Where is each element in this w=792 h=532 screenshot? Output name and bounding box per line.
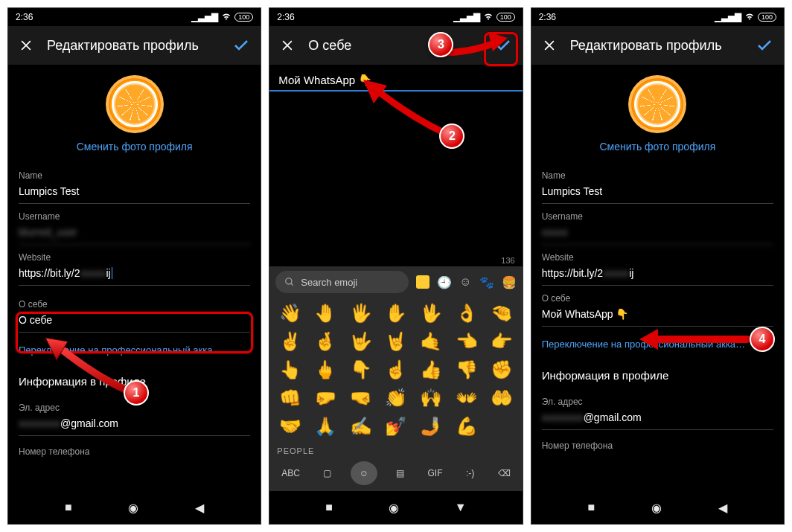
emoji-key[interactable]: 🤞 [310, 329, 342, 354]
wifi-icon [744, 13, 755, 22]
status-time: 2:36 [277, 12, 294, 22]
skin-tone-icon[interactable] [416, 275, 429, 289]
nav-home-icon[interactable]: ◉ [651, 501, 662, 515]
confirm-icon[interactable] [232, 36, 250, 54]
emoji-key[interactable]: 🤛 [310, 385, 342, 411]
emoji-key[interactable]: 🤝 [274, 414, 306, 439]
food-cat-icon[interactable]: 🍔 [502, 275, 517, 289]
emoji-key[interactable]: 🤲 [485, 385, 517, 411]
header: Редактировать профиль [531, 26, 784, 65]
emoji-key[interactable]: ☝ [380, 357, 412, 382]
emoji-key[interactable]: 🖐 [345, 301, 377, 326]
bio-label: О себе [542, 293, 773, 304]
phone-screen-1: 2:36 ▁▃▅▇ 100 Редактировать профиль Смен… [7, 7, 261, 525]
emoji-keyboard: Search emoji 🕘 ☺ 🐾 🍔 👋🤚🖐✋🖖👌🤏✌🤞🤟🤘🤙👈👉👆🖕👇☝👍… [269, 266, 522, 491]
annotation-arrow-4 [636, 324, 755, 354]
nav-home-icon[interactable]: ◉ [128, 501, 138, 515]
avatar[interactable] [106, 75, 164, 133]
nature-cat-icon[interactable]: 🐾 [479, 275, 494, 289]
email-label: Эл. адрес [542, 397, 773, 407]
emoji-key[interactable]: 🖕 [310, 357, 342, 382]
emoji-tab-icon[interactable]: ☺ [351, 461, 377, 485]
change-photo-link[interactable]: Сменить фото профиля [531, 141, 784, 153]
gif-button[interactable]: GIF [424, 465, 447, 481]
nav-recent-icon[interactable]: ■ [325, 501, 333, 514]
emoji-key[interactable]: 👐 [450, 385, 482, 411]
confirm-icon[interactable] [756, 36, 773, 54]
close-icon[interactable] [19, 38, 33, 53]
emoji-key[interactable]: 👌 [450, 301, 482, 326]
clipboard-icon[interactable]: ▤ [392, 465, 409, 481]
header: Редактировать профиль [8, 26, 261, 65]
website-field[interactable]: https://bit.ly/2xxxxxij [542, 263, 773, 286]
emoji-key[interactable]: 🤜 [345, 385, 377, 411]
close-icon[interactable] [542, 38, 557, 53]
people-cat-icon[interactable]: ☺ [459, 275, 471, 289]
emoji-key[interactable]: 🙏 [310, 414, 342, 439]
name-field[interactable]: Lumpics Test [19, 181, 250, 204]
close-icon[interactable] [280, 38, 295, 53]
battery-icon: 100 [758, 13, 776, 22]
emoji-key[interactable]: 🙌 [415, 385, 447, 411]
emoji-key[interactable]: 💅 [380, 414, 412, 439]
emoji-key[interactable]: ✋ [380, 301, 412, 326]
change-photo-link[interactable]: Сменить фото профиля [8, 141, 261, 153]
emoticon-button[interactable]: :-) [462, 465, 479, 481]
emoji-key[interactable]: 🖖 [415, 301, 447, 326]
emoji-key[interactable]: 🤙 [415, 329, 447, 354]
emoji-key[interactable]: 👎 [450, 357, 482, 382]
nav-recent-icon[interactable]: ■ [588, 501, 595, 514]
emoji-key[interactable]: ✊ [485, 357, 517, 382]
website-field[interactable]: https://bit.ly/2xxxxxij [19, 263, 250, 286]
nav-recent-icon[interactable]: ■ [65, 501, 72, 514]
name-field[interactable]: Lumpics Test [542, 181, 773, 204]
emoji-key[interactable]: 👈 [450, 329, 482, 354]
bio-field[interactable]: Мой WhatsApp 👇 [542, 304, 773, 327]
emoji-key[interactable]: 🤳 [415, 414, 447, 439]
nav-home-icon[interactable]: ◉ [389, 501, 399, 515]
emoji-key[interactable]: 🤟 [345, 329, 377, 354]
status-time: 2:36 [16, 12, 33, 22]
signal-icon: ▁▃▅▇ [715, 12, 741, 22]
nav-back-icon[interactable]: ▼ [455, 501, 467, 514]
abc-button[interactable]: ABC [277, 465, 304, 481]
profile-info-title: Информация в профиле [531, 360, 784, 385]
wifi-icon [221, 13, 231, 22]
emoji-key[interactable]: 🤘 [380, 329, 412, 354]
emoji-key[interactable]: ✍ [345, 414, 377, 439]
page-title: Редактировать профиль [570, 38, 742, 54]
nav-back-icon[interactable]: ◀ [718, 501, 727, 515]
search-icon [284, 277, 295, 287]
android-nav: ■ ◉ ▼ [269, 491, 522, 524]
emoji-key[interactable]: 👆 [274, 357, 306, 382]
email-value[interactable]: xxxxxxxx@gmail.com [19, 413, 250, 436]
emoji-key[interactable]: ✌ [274, 329, 306, 354]
emoji-key[interactable]: 👍 [415, 357, 447, 382]
emoji-key[interactable]: 👋 [274, 301, 306, 326]
emoji-key[interactable]: 👊 [274, 385, 306, 411]
battery-icon: 100 [496, 13, 515, 22]
phone-label: Номер телефона [542, 440, 773, 451]
nav-back-icon[interactable]: ◀ [195, 501, 204, 515]
email-value[interactable]: xxxxxxxx@gmail.com [542, 407, 773, 430]
emoji-category-label: PEOPLE [269, 442, 522, 457]
emoji-search[interactable]: Search emoji [275, 271, 409, 293]
emoji-key[interactable]: 👇 [345, 357, 377, 382]
emoji-key[interactable]: 🤏 [485, 301, 517, 326]
emoji-key[interactable]: 👉 [485, 329, 517, 354]
sticker-icon[interactable]: ▢ [319, 465, 336, 481]
emoji-key[interactable]: 🤚 [310, 301, 342, 326]
svg-point-0 [286, 278, 292, 284]
emoji-key[interactable]: 👏 [380, 385, 412, 411]
username-field[interactable]: xxxxx [542, 222, 773, 245]
username-field[interactable]: blurred_user [19, 222, 250, 245]
website-label: Website [542, 252, 773, 263]
avatar[interactable] [628, 75, 686, 133]
recent-emoji-icon[interactable]: 🕘 [437, 275, 452, 289]
phone-label: Номер телефона [19, 446, 250, 457]
backspace-icon[interactable]: ⌫ [494, 465, 515, 481]
annotation-step-4: 4 [750, 327, 775, 352]
emoji-grid: 👋🤚🖐✋🖖👌🤏✌🤞🤟🤘🤙👈👉👆🖕👇☝👍👎✊👊🤛🤜👏🙌👐🤲🤝🙏✍💅🤳💪 [269, 298, 522, 442]
keyboard-bottom-row: ABC ▢ ☺ ▤ GIF :-) ⌫ [269, 457, 522, 491]
emoji-key[interactable]: 💪 [450, 414, 482, 439]
